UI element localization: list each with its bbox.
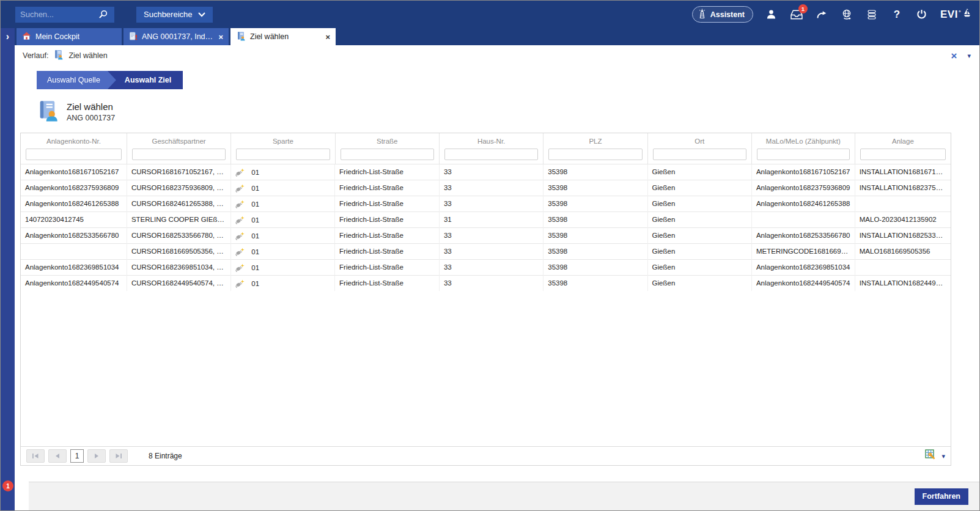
table-cell: Friedrich-List-Straße (335, 243, 439, 259)
export-dropdown-icon[interactable]: ▾ (941, 452, 945, 460)
search-icon[interactable] (96, 8, 109, 21)
help-button[interactable]: ? (890, 8, 904, 21)
column-filter-5[interactable] (444, 149, 538, 160)
inbox-badge: 1 (798, 4, 808, 13)
table-row[interactable]: Anlagenkonto1681671052167CURSOR168167105… (21, 164, 951, 180)
table-cell: Anlagenkonto1682369851034 (21, 259, 127, 275)
table-cell: Gießen (647, 243, 751, 259)
expand-sidebar-chevron[interactable]: › (1, 28, 15, 45)
inbox-button[interactable]: 1 (790, 8, 803, 21)
table-cell: METERINGCODE1681669505... (751, 243, 855, 259)
fortfahren-button[interactable]: Fortfahren (915, 488, 969, 505)
prev-page-button[interactable] (48, 449, 67, 463)
search-input[interactable] (20, 10, 96, 19)
power-logout-button[interactable] (915, 8, 929, 21)
table-cell (21, 243, 127, 259)
verlauf-current-item[interactable]: Ziel wählen (68, 51, 107, 60)
table-cell: 01 (231, 275, 335, 291)
table-cell: Gießen (647, 196, 751, 211)
table-cell: CURSOR1681669505356, EVI (127, 243, 230, 259)
table-cell: 33 (439, 196, 543, 211)
table-body: Anlagenkonto1681671052167CURSOR168167105… (21, 164, 951, 291)
table-cell: CURSOR1682461265388, EVI (127, 196, 230, 211)
verlauf-dropdown-icon[interactable]: ▾ (967, 52, 971, 60)
table-row[interactable]: Anlagenkonto1682461265388CURSOR168246126… (21, 196, 951, 211)
sparte-electricity-icon (235, 168, 245, 177)
lighthouse-icon (698, 9, 706, 21)
results-grid: Anlagenkonto-Nr.GeschäftspartnerSparteSt… (20, 133, 951, 466)
tab-ziel-waehlen[interactable]: Ziel wählen × (230, 28, 336, 45)
page-header: Ziel wählen ANG 0001737 (37, 100, 979, 124)
table-cell: 01 (231, 211, 335, 227)
suchbereiche-label: Suchbereiche (144, 10, 193, 19)
table-cell: 35398 (543, 227, 647, 243)
column-header-6[interactable]: PLZ (543, 133, 647, 147)
table-settings-icon[interactable] (925, 449, 937, 463)
column-header-8[interactable]: MaLo/MeLo (Zählpunkt) (751, 133, 855, 147)
table-row[interactable]: Anlagenkonto1682533566780CURSOR168253356… (21, 227, 951, 243)
table-row[interactable]: Anlagenkonto1682375936809CURSOR168237593… (21, 180, 951, 196)
column-filter-8[interactable] (757, 149, 850, 160)
last-page-button[interactable] (109, 449, 128, 463)
tab-mein-cockpit[interactable]: Mein Cockpit (17, 28, 122, 45)
current-page-indicator[interactable]: 1 (70, 449, 84, 463)
page-title: Ziel wählen (67, 101, 115, 112)
topbar: Suchbereiche Assistent (1, 1, 979, 28)
redo-arrow-icon[interactable] (815, 8, 828, 21)
column-filter-7[interactable] (653, 149, 746, 160)
table-cell: CURSOR1682449540574, SOFIE (127, 275, 230, 291)
table-cell: CURSOR1681671052167, SOFIE (127, 164, 230, 180)
column-filter-3[interactable] (236, 149, 330, 160)
table-cell: 01 (231, 164, 335, 180)
evi-logo-degree: ° (959, 9, 961, 15)
action-footer: Fortfahren (29, 482, 979, 510)
page-subtitle: ANG 0001737 (67, 114, 115, 122)
table-cell: Anlagenkonto1682375936809 (21, 180, 127, 196)
column-header-7[interactable]: Ort (647, 133, 751, 147)
column-header-9[interactable]: Anlage (855, 133, 951, 147)
collapsed-sidebar-strip[interactable]: 1 (1, 45, 15, 510)
column-filter-2[interactable] (132, 149, 226, 160)
table-cell: 31 (439, 211, 543, 227)
column-filter-4[interactable] (341, 149, 434, 160)
column-filter-6[interactable] (548, 149, 642, 160)
table-cell: 33 (439, 275, 543, 291)
table-cell: Anlagenkonto1682461265388 (21, 196, 127, 211)
close-tab-icon[interactable]: × (325, 32, 330, 42)
table-cell: Gießen (647, 259, 751, 275)
table-row[interactable]: 140720230412745STERLING COOPER GIEßEN 01… (21, 211, 951, 227)
global-search-box[interactable] (15, 7, 114, 23)
table-row[interactable]: CURSOR1681669505356, EVI 01Friedrich-Lis… (21, 243, 951, 259)
column-header-4[interactable]: Straße (335, 133, 439, 147)
table-cell: Friedrich-List-Straße (335, 211, 439, 227)
assistent-button[interactable]: Assistent (692, 6, 753, 23)
column-header-3[interactable]: Sparte (231, 133, 335, 147)
next-page-button[interactable] (87, 449, 106, 463)
table-cell: Anlagenkonto1682369851034 (751, 259, 855, 275)
table-row[interactable]: Anlagenkonto1682449540574CURSOR168244954… (21, 275, 951, 291)
close-view-icon[interactable]: × (951, 51, 957, 61)
table-cell: 33 (439, 259, 543, 275)
user-profile-button[interactable] (765, 8, 778, 21)
column-header-1[interactable]: Anlagenkonto-Nr. (21, 133, 127, 147)
table-row[interactable]: Anlagenkonto1682369851034CURSOR168236985… (21, 259, 951, 275)
assistent-label: Assistent (710, 10, 745, 19)
globe-support-icon[interactable] (840, 8, 853, 21)
table-cell: 33 (439, 180, 543, 196)
tab-ang-0001737[interactable]: ANG 0001737, Indivi... × (123, 28, 229, 45)
sparte-electricity-icon (235, 232, 245, 240)
step-auswahl-ziel[interactable]: Auswahl Ziel (108, 71, 183, 89)
column-filter-1[interactable] (26, 149, 122, 160)
table-cell: Anlagenkonto1682375936809 (751, 180, 855, 196)
suchbereiche-button[interactable]: Suchbereiche (136, 7, 213, 23)
column-header-5[interactable]: Haus-Nr. (439, 133, 543, 147)
chevron-down-icon (198, 10, 205, 19)
table-cell: Anlagenkonto1682449540574 (21, 275, 127, 291)
first-page-button[interactable] (26, 449, 45, 463)
sidebar-notification-badge: 1 (2, 480, 13, 491)
column-filter-9[interactable] (860, 149, 946, 160)
close-tab-icon[interactable]: × (218, 32, 223, 42)
step-auswahl-quelle[interactable]: Auswahl Quelle (37, 71, 116, 89)
column-header-2[interactable]: Geschäftspartner (127, 133, 230, 147)
database-icon[interactable] (865, 8, 879, 21)
